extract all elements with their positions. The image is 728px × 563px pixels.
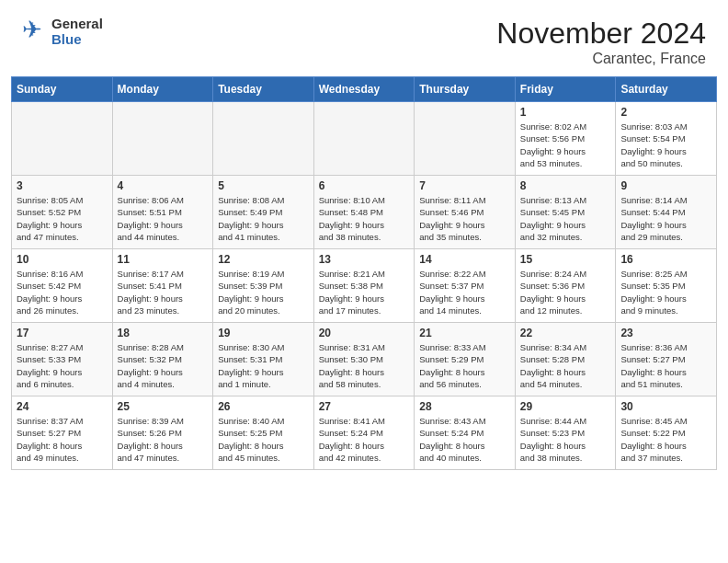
calendar-cell: 29Sunrise: 8:44 AM Sunset: 5:23 PM Dayli…: [515, 396, 616, 470]
day-info: Sunrise: 8:31 AM Sunset: 5:30 PM Dayligh…: [319, 341, 410, 390]
calendar-cell: 25Sunrise: 8:39 AM Sunset: 5:26 PM Dayli…: [112, 396, 213, 470]
day-number: 15: [520, 253, 611, 266]
day-info: Sunrise: 8:34 AM Sunset: 5:28 PM Dayligh…: [520, 341, 611, 390]
calendar-cell: [213, 102, 314, 176]
day-number: 27: [319, 400, 410, 413]
day-number: 29: [520, 400, 611, 413]
calendar-cell: [313, 102, 415, 176]
location-title: Carantec, France: [496, 51, 706, 67]
day-info: Sunrise: 8:28 AM Sunset: 5:32 PM Dayligh…: [118, 341, 209, 390]
calendar-cell: 8Sunrise: 8:13 AM Sunset: 5:45 PM Daylig…: [515, 176, 616, 249]
day-number: 16: [620, 253, 711, 266]
calendar-cell: [415, 102, 516, 176]
day-number: 7: [419, 179, 510, 192]
day-info: Sunrise: 8:30 AM Sunset: 5:31 PM Dayligh…: [218, 341, 309, 390]
svg-text:✈: ✈: [22, 19, 42, 43]
day-number: 25: [118, 400, 209, 413]
day-number: 12: [218, 253, 309, 266]
weekday-header-saturday: Saturday: [616, 77, 717, 102]
calendar-cell: 13Sunrise: 8:21 AM Sunset: 5:38 PM Dayli…: [313, 249, 415, 323]
day-info: Sunrise: 8:37 AM Sunset: 5:27 PM Dayligh…: [17, 415, 108, 464]
day-number: 13: [319, 253, 410, 266]
calendar-cell: 7Sunrise: 8:11 AM Sunset: 5:46 PM Daylig…: [415, 176, 516, 249]
weekday-header-tuesday: Tuesday: [213, 77, 314, 102]
calendar-cell: [112, 102, 213, 176]
calendar-cell: 11Sunrise: 8:17 AM Sunset: 5:41 PM Dayli…: [112, 249, 213, 323]
calendar-cell: 19Sunrise: 8:30 AM Sunset: 5:31 PM Dayli…: [213, 323, 314, 396]
calendar-cell: 15Sunrise: 8:24 AM Sunset: 5:36 PM Dayli…: [515, 249, 616, 323]
logo-blue: Blue: [51, 32, 103, 48]
day-info: Sunrise: 8:39 AM Sunset: 5:26 PM Dayligh…: [118, 415, 209, 464]
calendar-week-1: 1Sunrise: 8:02 AM Sunset: 5:56 PM Daylig…: [12, 102, 717, 176]
logo-icon: ✈: [22, 19, 48, 45]
calendar-cell: 26Sunrise: 8:40 AM Sunset: 5:25 PM Dayli…: [213, 396, 314, 470]
day-info: Sunrise: 8:21 AM Sunset: 5:38 PM Dayligh…: [319, 268, 410, 316]
day-number: 4: [118, 179, 209, 192]
calendar-cell: 18Sunrise: 8:28 AM Sunset: 5:32 PM Dayli…: [112, 323, 213, 396]
day-number: 10: [17, 253, 108, 266]
day-info: Sunrise: 8:41 AM Sunset: 5:24 PM Dayligh…: [319, 415, 410, 464]
calendar-cell: 24Sunrise: 8:37 AM Sunset: 5:27 PM Dayli…: [12, 396, 113, 470]
day-number: 22: [520, 327, 611, 339]
day-number: 18: [118, 327, 209, 339]
page-header: ✈ General Blue November 2024 Carantec, F…: [0, 0, 728, 76]
month-title: November 2024: [496, 17, 706, 51]
day-info: Sunrise: 8:11 AM Sunset: 5:46 PM Dayligh…: [419, 194, 510, 243]
calendar-cell: 20Sunrise: 8:31 AM Sunset: 5:30 PM Dayli…: [313, 323, 415, 396]
day-number: 20: [319, 327, 410, 339]
day-number: 11: [118, 253, 209, 266]
weekday-header-thursday: Thursday: [415, 77, 516, 102]
day-number: 26: [218, 400, 309, 413]
calendar-cell: 5Sunrise: 8:08 AM Sunset: 5:49 PM Daylig…: [213, 176, 314, 249]
calendar-cell: 4Sunrise: 8:06 AM Sunset: 5:51 PM Daylig…: [112, 176, 213, 249]
calendar-cell: 22Sunrise: 8:34 AM Sunset: 5:28 PM Dayli…: [515, 323, 616, 396]
calendar-cell: 17Sunrise: 8:27 AM Sunset: 5:33 PM Dayli…: [12, 323, 113, 396]
day-info: Sunrise: 8:25 AM Sunset: 5:35 PM Dayligh…: [620, 268, 711, 316]
calendar-cell: 2Sunrise: 8:03 AM Sunset: 5:54 PM Daylig…: [616, 102, 717, 176]
logo-text: General Blue: [51, 17, 103, 47]
calendar-cell: 14Sunrise: 8:22 AM Sunset: 5:37 PM Dayli…: [415, 249, 516, 323]
calendar-cell: 12Sunrise: 8:19 AM Sunset: 5:39 PM Dayli…: [213, 249, 314, 323]
title-block: November 2024 Carantec, France: [496, 17, 706, 67]
calendar-cell: 21Sunrise: 8:33 AM Sunset: 5:29 PM Dayli…: [415, 323, 516, 396]
day-number: 6: [319, 179, 410, 192]
logo-general: General: [51, 17, 103, 32]
calendar-cell: 9Sunrise: 8:14 AM Sunset: 5:44 PM Daylig…: [616, 176, 717, 249]
day-number: 21: [419, 327, 510, 339]
calendar-cell: 23Sunrise: 8:36 AM Sunset: 5:27 PM Dayli…: [616, 323, 717, 396]
day-info: Sunrise: 8:43 AM Sunset: 5:24 PM Dayligh…: [419, 415, 510, 464]
day-info: Sunrise: 8:02 AM Sunset: 5:56 PM Dayligh…: [520, 121, 611, 169]
day-number: 23: [620, 327, 711, 339]
day-info: Sunrise: 8:16 AM Sunset: 5:42 PM Dayligh…: [17, 268, 108, 316]
day-number: 1: [520, 106, 611, 119]
calendar-cell: [12, 102, 113, 176]
day-info: Sunrise: 8:19 AM Sunset: 5:39 PM Dayligh…: [218, 268, 309, 316]
weekday-header-friday: Friday: [515, 77, 616, 102]
day-number: 2: [620, 106, 711, 119]
weekday-header-sunday: Sunday: [12, 77, 113, 102]
day-info: Sunrise: 8:14 AM Sunset: 5:44 PM Dayligh…: [620, 194, 711, 243]
day-info: Sunrise: 8:36 AM Sunset: 5:27 PM Dayligh…: [620, 341, 711, 390]
calendar-week-3: 10Sunrise: 8:16 AM Sunset: 5:42 PM Dayli…: [12, 249, 717, 323]
calendar-cell: 3Sunrise: 8:05 AM Sunset: 5:52 PM Daylig…: [12, 176, 113, 249]
calendar-cell: 28Sunrise: 8:43 AM Sunset: 5:24 PM Dayli…: [415, 396, 516, 470]
day-info: Sunrise: 8:17 AM Sunset: 5:41 PM Dayligh…: [118, 268, 209, 316]
logo: ✈ General Blue: [22, 17, 103, 47]
day-number: 24: [17, 400, 108, 413]
day-info: Sunrise: 8:06 AM Sunset: 5:51 PM Dayligh…: [118, 194, 209, 243]
calendar-week-5: 24Sunrise: 8:37 AM Sunset: 5:27 PM Dayli…: [12, 396, 717, 470]
day-info: Sunrise: 8:44 AM Sunset: 5:23 PM Dayligh…: [520, 415, 611, 464]
calendar-body: 1Sunrise: 8:02 AM Sunset: 5:56 PM Daylig…: [12, 102, 717, 470]
day-info: Sunrise: 8:10 AM Sunset: 5:48 PM Dayligh…: [319, 194, 410, 243]
calendar-cell: 1Sunrise: 8:02 AM Sunset: 5:56 PM Daylig…: [515, 102, 616, 176]
weekday-header-wednesday: Wednesday: [313, 77, 415, 102]
day-number: 9: [620, 179, 711, 192]
day-number: 5: [218, 179, 309, 192]
calendar-header-row: SundayMondayTuesdayWednesdayThursdayFrid…: [12, 77, 717, 102]
calendar-week-2: 3Sunrise: 8:05 AM Sunset: 5:52 PM Daylig…: [12, 176, 717, 249]
day-info: Sunrise: 8:24 AM Sunset: 5:36 PM Dayligh…: [520, 268, 611, 316]
day-number: 19: [218, 327, 309, 339]
calendar-cell: 27Sunrise: 8:41 AM Sunset: 5:24 PM Dayli…: [313, 396, 415, 470]
calendar-cell: 10Sunrise: 8:16 AM Sunset: 5:42 PM Dayli…: [12, 249, 113, 323]
calendar-table: SundayMondayTuesdayWednesdayThursdayFrid…: [11, 76, 717, 470]
